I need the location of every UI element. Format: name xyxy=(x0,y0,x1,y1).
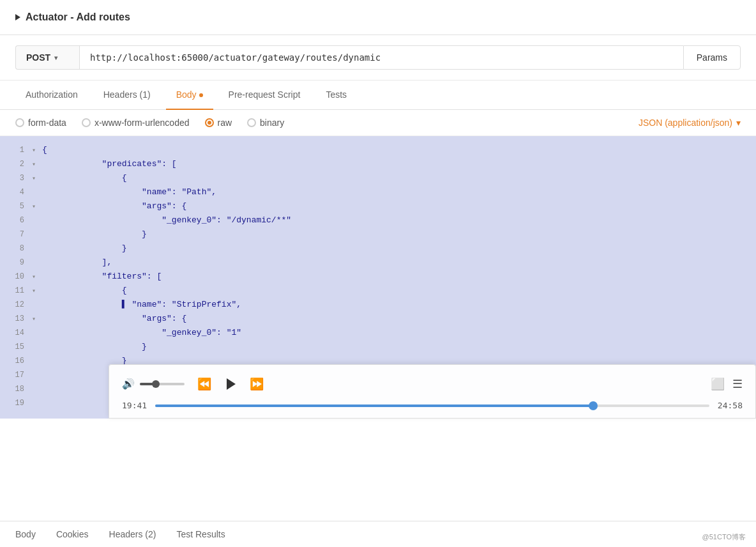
code-line-6: 6 "_genkey_0": "/dynamic/**" xyxy=(0,214,756,228)
media-player: 🔊 ⏪ ⏩ ⬜ ☰ xyxy=(109,364,756,419)
xwww-label: x-www-form-urlencoded xyxy=(94,118,190,128)
raw-label: raw xyxy=(218,118,232,128)
code-line-1: 1 ▾ { xyxy=(0,144,756,158)
method-selector[interactable]: POST ▾ xyxy=(15,45,79,70)
code-line-13: 13 ▾ "args": { xyxy=(0,312,756,327)
rewind-button[interactable]: ⏪ xyxy=(195,374,214,394)
menu-icon[interactable]: ☰ xyxy=(732,377,743,391)
right-controls: ⬜ ☰ xyxy=(711,377,743,391)
bottom-tabs: Body Cookies Headers (2) Test Results xyxy=(0,521,756,547)
tab-authorization[interactable]: Authorization xyxy=(15,81,88,110)
current-time: 19:41 xyxy=(122,401,147,410)
code-line-9: 9 ], xyxy=(0,256,756,270)
play-icon xyxy=(227,378,236,390)
code-line-11: 11 ▾ { xyxy=(0,284,756,298)
volume-icon: 🔊 xyxy=(122,378,135,390)
code-line-4: 4 "name": "Path", xyxy=(0,186,756,200)
chevron-down-icon: ▾ xyxy=(54,54,57,61)
fast-forward-button[interactable]: ⏩ xyxy=(247,374,266,394)
code-line-12: 12 ▌ "name": "StripPrefix", xyxy=(0,298,756,312)
bottom-tab-cookies[interactable]: Cookies xyxy=(56,529,89,539)
expand-icon xyxy=(15,14,20,20)
code-line-5: 5 ▾ "args": { xyxy=(0,200,756,214)
volume-slider[interactable] xyxy=(140,383,185,385)
code-line-8: 8 } xyxy=(0,242,756,256)
player-controls: 🔊 ⏪ ⏩ ⬜ ☰ xyxy=(122,373,743,396)
params-button[interactable]: Params xyxy=(683,45,741,70)
radio-binary-circle xyxy=(247,118,256,127)
tab-pre-request-script[interactable]: Pre-request Script xyxy=(218,81,311,110)
form-data-label: form-data xyxy=(28,118,66,128)
progress-section: 19:41 24:58 xyxy=(122,401,743,410)
code-line-10: 10 ▾ "filters": [ xyxy=(0,270,756,284)
radio-form-data-circle xyxy=(15,118,24,127)
nav-buttons: ⏪ ⏩ xyxy=(195,373,266,396)
play-button[interactable] xyxy=(219,373,242,396)
body-dot xyxy=(199,93,203,97)
json-selector-chevron: ▾ xyxy=(736,118,741,128)
code-editor-wrapper: 1 ▾ { 2 ▾ "predicates": [ 3 ▾ { 4 xyxy=(0,136,756,419)
url-bar-section: POST ▾ Params xyxy=(0,35,756,81)
code-line-14: 14 "_genkey_0": "1" xyxy=(0,327,756,341)
radio-raw[interactable]: raw xyxy=(205,118,232,128)
actuator-title-text: Actuator - Add routes xyxy=(26,12,130,23)
volume-thumb xyxy=(152,380,160,388)
progress-bar[interactable] xyxy=(155,404,709,407)
url-input[interactable] xyxy=(79,45,683,70)
body-options: form-data x-www-form-urlencoded raw bina… xyxy=(0,110,756,136)
code-line-15: 15 } xyxy=(0,341,756,355)
actuator-header: Actuator - Add routes xyxy=(0,0,756,35)
watermark: @51CTO博客 xyxy=(702,532,746,542)
volume-section: 🔊 xyxy=(122,378,185,390)
code-line-2: 2 ▾ "predicates": [ xyxy=(0,158,756,172)
radio-form-data[interactable]: form-data xyxy=(15,118,66,128)
tab-tests[interactable]: Tests xyxy=(315,81,357,110)
method-text: POST xyxy=(26,52,50,63)
tab-body[interactable]: Body xyxy=(166,81,213,110)
page-container: Actuator - Add routes POST ▾ Params Auth… xyxy=(0,0,756,547)
progress-fill xyxy=(155,404,593,407)
radio-binary[interactable]: binary xyxy=(247,118,284,128)
total-time: 24:58 xyxy=(717,401,743,410)
code-line-7: 7 } xyxy=(0,228,756,242)
bottom-tab-headers[interactable]: Headers (2) xyxy=(109,529,156,539)
bottom-tab-body[interactable]: Body xyxy=(15,529,36,539)
bottom-tab-test-results[interactable]: Test Results xyxy=(176,529,225,539)
actuator-title[interactable]: Actuator - Add routes xyxy=(15,12,130,23)
json-selector[interactable]: JSON (application/json) ▾ xyxy=(639,118,741,128)
radio-xwww-circle xyxy=(82,118,91,127)
radio-x-www-form-urlencoded[interactable]: x-www-form-urlencoded xyxy=(82,118,190,128)
fullscreen-icon[interactable]: ⬜ xyxy=(711,377,725,391)
json-selector-label: JSON (application/json) xyxy=(639,118,732,128)
binary-label: binary xyxy=(260,118,284,128)
progress-thumb xyxy=(589,401,598,410)
radio-raw-circle xyxy=(205,118,214,127)
tabs-section: Authorization Headers (1) Body Pre-reque… xyxy=(0,81,756,110)
tab-headers[interactable]: Headers (1) xyxy=(93,81,161,110)
code-editor[interactable]: 1 ▾ { 2 ▾ "predicates": [ 3 ▾ { 4 xyxy=(0,136,756,419)
code-line-3: 3 ▾ { xyxy=(0,172,756,186)
